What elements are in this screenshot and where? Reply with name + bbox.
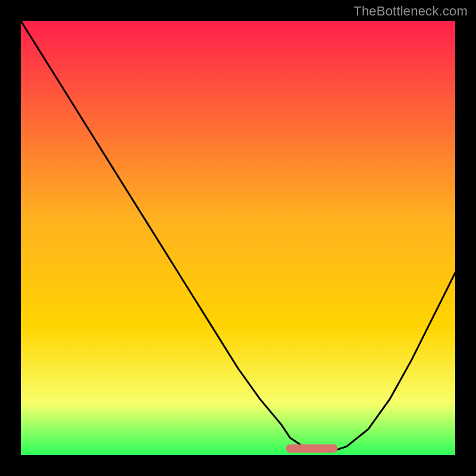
chart-plot-area <box>21 21 455 455</box>
gradient-background <box>21 21 455 455</box>
watermark-text: TheBottleneck.com <box>353 4 468 19</box>
chart-svg <box>21 21 455 455</box>
chart-frame: TheBottleneck.com <box>0 0 476 476</box>
